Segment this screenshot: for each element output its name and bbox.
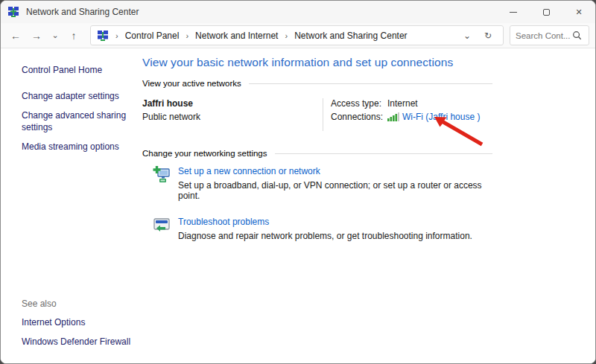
section-rule	[275, 153, 493, 154]
troubleshoot-task: Troubleshoot problems Diagnose and repai…	[153, 217, 492, 241]
breadcrumb-network-and-internet[interactable]: Network and Internet	[194, 31, 279, 41]
network-app-icon	[7, 6, 19, 18]
search-input[interactable]	[516, 31, 572, 40]
access-type-label: Access type:	[331, 98, 387, 109]
breadcrumb-separator: ›	[279, 31, 293, 40]
sidebar-item-change-advanced-sharing-settings[interactable]: Change advanced sharing settings	[22, 109, 133, 133]
minimize-icon	[510, 12, 517, 13]
address-dropdown-icon[interactable]: ⌄	[457, 31, 478, 41]
sidebar-item-internet-options[interactable]: Internet Options	[22, 316, 130, 328]
maximize-icon	[543, 9, 550, 16]
breadcrumb-control-panel[interactable]: Control Panel	[124, 31, 181, 41]
active-networks-section-header: View your active networks	[142, 79, 492, 88]
section-rule	[249, 83, 492, 84]
breadcrumb-network-and-sharing-center[interactable]: Network and Sharing Center	[293, 31, 408, 41]
up-button[interactable]: ↑	[65, 27, 83, 45]
setup-connection-link[interactable]: Set up a new connection or network	[178, 166, 320, 176]
window-title: Network and Sharing Center	[26, 7, 497, 17]
network-sharing-center-window: Network and Sharing Center ✕ ← → ⌄ ↑	[0, 0, 596, 364]
search-box	[510, 25, 589, 45]
refresh-icon[interactable]: ↻	[478, 31, 498, 41]
breadcrumb-separator: ›	[110, 31, 124, 40]
vertical-divider	[323, 98, 323, 131]
active-networks-section-label: View your active networks	[142, 79, 241, 88]
maximize-button[interactable]	[530, 1, 562, 23]
see-also-label: See also	[22, 298, 130, 309]
sidebar-item-media-streaming-options[interactable]: Media streaming options	[22, 141, 133, 153]
close-button[interactable]: ✕	[562, 1, 595, 23]
breadcrumb-separator: ›	[180, 31, 194, 40]
title-bar: Network and Sharing Center ✕	[1, 1, 595, 23]
troubleshoot-link[interactable]: Troubleshoot problems	[178, 217, 269, 227]
address-bar[interactable]: › Control Panel › Network and Internet ›…	[90, 25, 504, 45]
sidebar-item-windows-defender-firewall[interactable]: Windows Defender Firewall	[22, 336, 130, 348]
minimize-button[interactable]	[497, 1, 530, 23]
back-button[interactable]: ←	[7, 27, 25, 45]
network-type: Public network	[142, 112, 323, 122]
active-network-row: Jaffri house Public network Access type:…	[142, 98, 492, 131]
setup-connection-icon	[153, 166, 171, 184]
main-panel: View your basic network information and …	[142, 48, 492, 241]
recent-pages-chevron-icon[interactable]: ⌄	[48, 27, 62, 45]
navigation-bar: ← → ⌄ ↑ › Control Panel › Network and In…	[1, 23, 595, 48]
troubleshoot-description: Diagnose and repair network problems, or…	[178, 231, 472, 241]
wifi-connection-link[interactable]: Wi-Fi (Jaffri house )	[402, 112, 480, 122]
network-name: Jaffri house	[142, 98, 323, 109]
content-area: Control Panel Home Change adapter settin…	[1, 48, 595, 363]
network-location-icon	[97, 31, 109, 41]
setup-connection-task: Set up a new connection or network Set u…	[153, 166, 492, 201]
networking-settings-section-label: Change your networking settings	[142, 149, 267, 158]
forward-button[interactable]: →	[28, 27, 45, 45]
connections-label: Connections:	[331, 112, 387, 122]
networking-settings-section-header: Change your networking settings	[142, 149, 492, 158]
sidebar: Control Panel Home Change adapter settin…	[1, 48, 141, 363]
setup-connection-description: Set up a broadband, dial-up, or VPN conn…	[178, 180, 492, 201]
window-controls: ✕	[497, 1, 595, 23]
search-icon[interactable]	[572, 31, 582, 40]
sidebar-item-change-adapter-settings[interactable]: Change adapter settings	[22, 90, 133, 102]
troubleshoot-icon	[153, 217, 171, 234]
wifi-signal-icon	[387, 112, 399, 121]
sidebar-item-control-panel-home[interactable]: Control Panel Home	[22, 64, 133, 76]
access-type-value: Internet	[387, 98, 418, 109]
page-title: View your basic network information and …	[142, 56, 492, 69]
